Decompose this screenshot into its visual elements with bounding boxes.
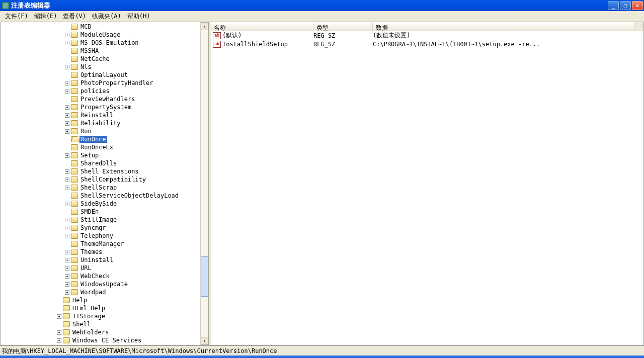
tree-node[interactable]: OptimalLayout xyxy=(1,71,208,79)
expander-icon[interactable]: + xyxy=(65,282,69,287)
tree-node[interactable]: +Uninstall xyxy=(1,256,208,264)
tree-node-label[interactable]: RunOnce xyxy=(79,136,107,143)
expander-icon[interactable]: + xyxy=(65,202,69,206)
tree-node[interactable]: +Nls xyxy=(1,63,208,71)
expander-icon[interactable]: + xyxy=(65,105,69,110)
expander-icon[interactable]: + xyxy=(65,234,69,238)
tree-node[interactable]: RunOnceEx xyxy=(1,143,208,151)
menu-help[interactable]: 帮助(H) xyxy=(124,11,153,22)
tree-node-label[interactable]: WebCheck xyxy=(79,273,111,280)
tree-node[interactable]: +Syncmgr xyxy=(1,224,208,232)
tree-node[interactable]: +Telephony xyxy=(1,232,208,240)
column-data[interactable]: 数据 xyxy=(373,22,634,31)
expander-icon[interactable]: + xyxy=(65,33,69,37)
expander-icon[interactable]: + xyxy=(65,121,69,126)
expander-icon[interactable]: + xyxy=(57,330,61,335)
tree-node[interactable]: Shell xyxy=(1,320,208,328)
expander-icon[interactable]: + xyxy=(65,153,69,158)
tree-node-label[interactable]: policies xyxy=(79,87,111,95)
tree-node[interactable]: Html Help xyxy=(1,304,208,312)
expander-icon[interactable]: + xyxy=(65,186,69,190)
expander-icon[interactable]: + xyxy=(65,177,69,182)
titlebar[interactable]: 注册表编辑器 _ ❐ ✕ xyxy=(0,0,644,11)
tree-node-label[interactable]: Syncmgr xyxy=(79,224,107,231)
tree-node[interactable]: +ITStorage xyxy=(1,312,208,320)
tree-node-label[interactable]: Run xyxy=(79,128,93,135)
expander-icon[interactable]: + xyxy=(65,250,69,254)
menu-view[interactable]: 查看(V) xyxy=(60,11,89,22)
expander-icon[interactable]: + xyxy=(65,113,69,118)
tree-node-label[interactable]: Shell xyxy=(71,321,92,328)
close-button[interactable]: ✕ xyxy=(632,1,643,10)
expander-icon[interactable]: + xyxy=(65,258,69,262)
tree-node-label[interactable]: SMDEn xyxy=(79,208,100,215)
tree-node-label[interactable]: ShellScrap xyxy=(79,184,118,191)
tree-node[interactable]: +MS-DOS Emulation xyxy=(1,39,208,47)
tree-node-label[interactable]: MCD xyxy=(79,23,93,30)
expander-icon[interactable]: + xyxy=(65,129,69,134)
expander-icon[interactable]: + xyxy=(65,218,69,222)
menu-favorites[interactable]: 收藏夹(A) xyxy=(89,11,124,22)
tree-node[interactable]: +Reliability xyxy=(1,119,208,127)
expander-icon[interactable]: + xyxy=(65,65,69,69)
tree-node[interactable]: RunOnce xyxy=(1,135,208,143)
tree-node-label[interactable]: StillImage xyxy=(79,216,118,223)
expander-icon[interactable]: + xyxy=(57,338,61,343)
tree-node[interactable]: ThemeManager xyxy=(1,240,208,248)
expander-icon[interactable]: + xyxy=(65,226,69,230)
tree-node-label[interactable]: Setup xyxy=(79,152,100,159)
tree-node-label[interactable]: PreviewHandlers xyxy=(79,96,136,103)
tree-node[interactable]: ShellServiceObjectDelayLoad xyxy=(1,192,208,200)
registry-tree[interactable]: MCD+ModuleUsage+MS-DOS EmulationMSSHANet… xyxy=(1,22,208,345)
tree-node-label[interactable]: MSSHA xyxy=(79,47,100,54)
column-name[interactable]: 名称 xyxy=(211,22,313,31)
tree-node-label[interactable]: Wordpad xyxy=(79,289,107,296)
tree-node[interactable]: +WebCheck xyxy=(1,272,208,280)
value-list[interactable]: ab(默认)REG_SZ(数值未设置)abInstallShieldSetupR… xyxy=(211,31,643,345)
tree-node-label[interactable]: URL xyxy=(79,264,93,272)
expander-icon[interactable]: + xyxy=(57,314,61,319)
tree-node[interactable]: MCD xyxy=(1,23,208,31)
tree-node-label[interactable]: Shell Extensions xyxy=(79,168,140,175)
expander-icon[interactable]: + xyxy=(65,274,69,279)
tree-node[interactable]: +ShellScrap xyxy=(1,184,208,192)
tree-node[interactable]: +ModuleUsage xyxy=(1,31,208,39)
maximize-button[interactable]: ❐ xyxy=(620,1,631,10)
tree-node-label[interactable]: PropertySystem xyxy=(79,104,132,111)
tree-node-label[interactable]: Reinstall xyxy=(79,112,114,119)
tree-node[interactable]: +Setup xyxy=(1,151,208,159)
tree-node[interactable]: +Wordpad xyxy=(1,288,208,296)
tree-node-label[interactable]: ModuleUsage xyxy=(79,31,121,38)
tree-node-label[interactable]: Nls xyxy=(79,63,93,70)
tree-node[interactable]: +WebFolders xyxy=(1,328,208,336)
tree-node-label[interactable]: WebFolders xyxy=(71,329,110,336)
tree-node[interactable]: Help xyxy=(1,296,208,304)
value-row[interactable]: ab(默认)REG_SZ(数值未设置) xyxy=(211,31,643,40)
tree-node[interactable]: SMDEn xyxy=(1,208,208,216)
expander-icon[interactable]: + xyxy=(65,169,69,174)
tree-node[interactable]: +WindowsUpdate xyxy=(1,280,208,288)
tree-node-label[interactable]: ThemeManager xyxy=(79,240,125,247)
scroll-track[interactable] xyxy=(201,30,208,337)
column-type[interactable]: 类型 xyxy=(313,22,373,31)
tree-node[interactable]: +PropertySystem xyxy=(1,103,208,111)
tree-node-label[interactable]: RunOnceEx xyxy=(79,144,114,151)
expander-icon[interactable]: + xyxy=(65,81,69,85)
value-row[interactable]: abInstallShieldSetupREG_SZC:\PROGRA~1\IN… xyxy=(211,40,643,48)
tree-node[interactable]: +policies xyxy=(1,87,208,95)
tree-node[interactable]: +Themes xyxy=(1,248,208,256)
tree-scrollbar[interactable]: ▴ ▾ xyxy=(200,22,208,345)
tree-node-label[interactable]: Telephony xyxy=(79,232,114,239)
tree-node-label[interactable]: NetCache xyxy=(79,55,111,62)
tree-node-label[interactable]: ShellServiceObjectDelayLoad xyxy=(79,192,180,199)
tree-node-label[interactable]: SideBySide xyxy=(79,200,118,207)
expander-icon[interactable]: + xyxy=(65,89,69,94)
tree-node-label[interactable]: MS-DOS Emulation xyxy=(79,39,140,46)
tree-node-label[interactable]: Html Help xyxy=(71,305,106,312)
tree-node-label[interactable]: ShellCompatibility xyxy=(79,176,147,183)
tree-node[interactable]: +ShellCompatibility xyxy=(1,175,208,184)
minimize-button[interactable]: _ xyxy=(608,1,619,10)
scroll-up-button[interactable]: ▴ xyxy=(201,22,208,30)
tree-node-label[interactable]: WindowsUpdate xyxy=(79,281,129,288)
tree-node-label[interactable]: Reliability xyxy=(79,120,121,127)
